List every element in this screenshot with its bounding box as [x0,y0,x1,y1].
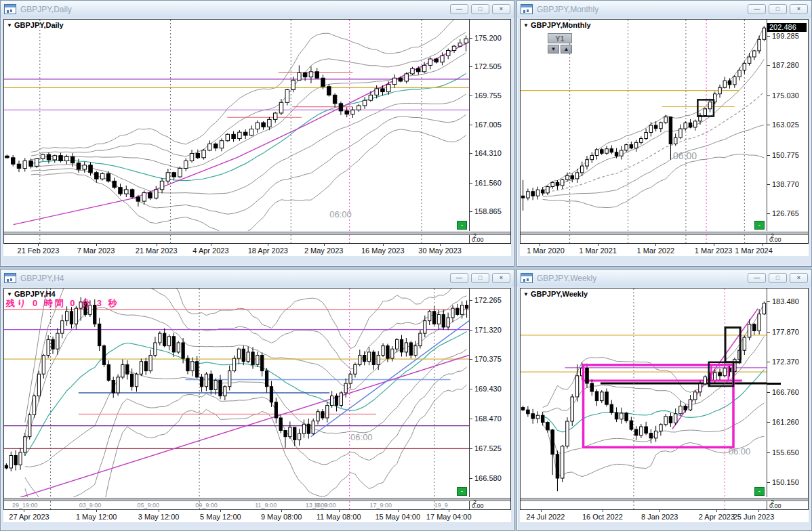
date-tick-mark [449,510,449,512]
date-tick-mark [281,510,282,512]
date-tick-label: 1 Mar 2023 [695,247,733,255]
subwindow-axis: 2 0.00 [769,234,807,243]
indicator-subwindow[interactable] [521,235,767,243]
subwindow-scale-bottom: 0.00 [769,503,781,509]
date-tick-label: 5 May 12:00 [200,513,241,521]
chart-plot-area[interactable]: 06:00 ▼ GBPJPY,Monthly Y1 ▼ ▲ - [521,20,767,231]
price-tick-mark [470,66,472,67]
date-tick-mark [540,244,540,246]
price-tick-label: 168.470 [474,415,502,423]
date-tick-mark [714,244,714,246]
chart-annotation-text: 06:00 [329,209,352,219]
date-axis[interactable]: 21 Feb 20237 Mar 202321 Mar 20234 Apr 20… [3,244,511,256]
price-tick-label: 170.375 [474,355,502,363]
price-tick-label: 161.560 [474,179,502,187]
price-tick-mark [767,36,770,37]
date-tick-label: 2 Apr 2023 [699,513,735,521]
subwindow-period-label: 17_9:00 [369,502,392,509]
price-tick-mark [470,183,472,184]
price-axis[interactable]: 183.480177.870172.370166.760161.260155.6… [767,289,808,497]
price-axis[interactable]: 175.200172.505169.755167.005164.310161.5… [470,20,510,231]
price-tick-mark [767,332,770,333]
close-button[interactable]: × [790,273,808,283]
y1-up-button[interactable]: ▲ [561,45,572,54]
price-tick-mark [767,95,770,96]
indicator-collapse-button[interactable]: - [754,487,765,496]
date-tick-mark [598,244,598,246]
chevron-down-icon: ▼ [7,291,12,297]
y1-down-button[interactable]: ▼ [548,45,559,54]
date-tick-label: 7 Mar 2023 [77,247,115,255]
date-tick-label: 1 Mar 2021 [579,247,617,255]
price-axis[interactable]: 172.265171.320170.375169.430168.470167.5… [470,289,510,497]
indicator-subwindow[interactable] [4,235,470,243]
titlebar[interactable]: GBPJPY,Weekly — □ × [517,270,811,286]
restore-button[interactable]: □ [471,273,489,283]
subwindow-scale-bottom: 0.00 [769,236,781,243]
minimize-button[interactable]: — [450,273,468,283]
price-tick-mark [470,95,472,96]
price-tick-mark [470,389,472,389]
indicator-collapse-button[interactable]: - [754,221,765,230]
price-tick-mark [767,213,770,214]
minimize-button[interactable]: — [450,4,468,14]
symbol-label: ▼ GBPJPY,Daily [7,21,64,29]
subwindow-period-label: 09_9:00 [195,502,218,509]
titlebar[interactable]: GBPJPY,H4 — □ × [1,270,514,286]
price-tick-label: 175.200 [474,34,502,42]
close-button[interactable]: × [492,273,510,283]
price-tick-label: 171.320 [474,326,502,334]
price-tick-label: 169.430 [474,385,502,393]
price-tick-mark [470,359,472,360]
indicator-subwindow[interactable] [521,501,767,509]
date-axis[interactable]: 27 Apr 20231 May 12:003 May 12:005 May 1… [3,510,511,522]
minimize-button[interactable]: — [748,273,766,283]
chart-window-icon [521,4,533,14]
date-tick-label: 16 May 2023 [361,247,405,255]
date-axis[interactable]: 24 Jul 202216 Oct 20228 Jan 20232 Apr 20… [520,510,809,522]
subwindow-scale-bottom: 0.00 [472,503,484,509]
close-button[interactable]: × [790,4,808,14]
subwindow-axis: 2 0.00 [471,500,509,509]
price-tick-label: 167.525 [474,444,502,452]
restore-button[interactable]: □ [471,4,489,14]
price-tick-label: 172.370 [772,358,799,366]
chart-plot-area[interactable]: 06:00 ▼ GBPJPY,Weekly - [521,289,767,497]
price-tick-label: 150.150 [772,478,799,486]
date-tick-mark [655,244,656,246]
chart-window-icon [4,4,16,14]
chart-annotation-text: 06:00 [350,432,373,442]
chart-window-h4[interactable]: GBPJPY,H4 — □ × 06:00 ▼ GBPJPY,H4 残り 0 時… [0,269,514,531]
price-tick-label: 175.030 [772,91,799,100]
price-tick-label: 172.265 [474,296,502,304]
restore-button[interactable]: □ [769,4,787,14]
subwindow-axis: 2 0.00 [769,500,807,509]
chart-plot-area[interactable]: 06:00 ▼ GBPJPY,H4 残り 0 時間 0 分 3 秒 - [4,289,470,497]
y1-button[interactable]: Y1 [548,33,572,43]
date-axis[interactable]: 1 Mar 20201 Mar 20211 Mar 20221 Mar 2023… [520,244,809,256]
price-tick-label: 167.005 [474,121,502,129]
price-tick-mark [470,478,472,479]
chart-window-daily[interactable]: GBPJPY,Daily — □ × 06:00 ▼ GBPJPY,Daily … [0,0,514,267]
date-tick-label: 30 May 2023 [418,247,462,255]
price-tick-label: 161.260 [772,418,799,426]
date-tick-mark [603,510,603,512]
close-button[interactable]: × [492,4,510,14]
chart-window-weekly[interactable]: GBPJPY,Weekly — □ × 06:00 ▼ GBPJPY,Weekl… [516,269,812,531]
price-tick-mark [767,362,770,362]
titlebar[interactable]: GBPJPY,Monthly — □ × [517,1,811,18]
date-tick-label: 17 May 04:00 [426,513,472,521]
date-tick-label: 24 Jul 2022 [527,513,565,521]
date-tick-mark [159,510,159,512]
indicator-collapse-button[interactable]: - [457,221,467,230]
chart-window-monthly[interactable]: GBPJPY,Monthly — □ × 06:00 ▼ GBPJPY,Mont… [516,0,812,267]
indicator-collapse-button[interactable]: - [457,487,467,496]
minimize-button[interactable]: — [748,4,766,14]
date-tick-mark [268,244,268,246]
chart-plot-area[interactable]: 06:00 ▼ GBPJPY,Daily - [4,20,470,231]
price-tick-mark [767,392,770,393]
price-axis[interactable]: 199.285187.280175.030163.025150.775138.7… [767,20,808,231]
indicator-subwindow[interactable]: 29_19:0003_9:0005_9:0009_9:0011_9:0013_9… [4,501,470,509]
titlebar[interactable]: GBPJPY,Daily — □ × [1,1,514,18]
restore-button[interactable]: □ [769,273,787,283]
